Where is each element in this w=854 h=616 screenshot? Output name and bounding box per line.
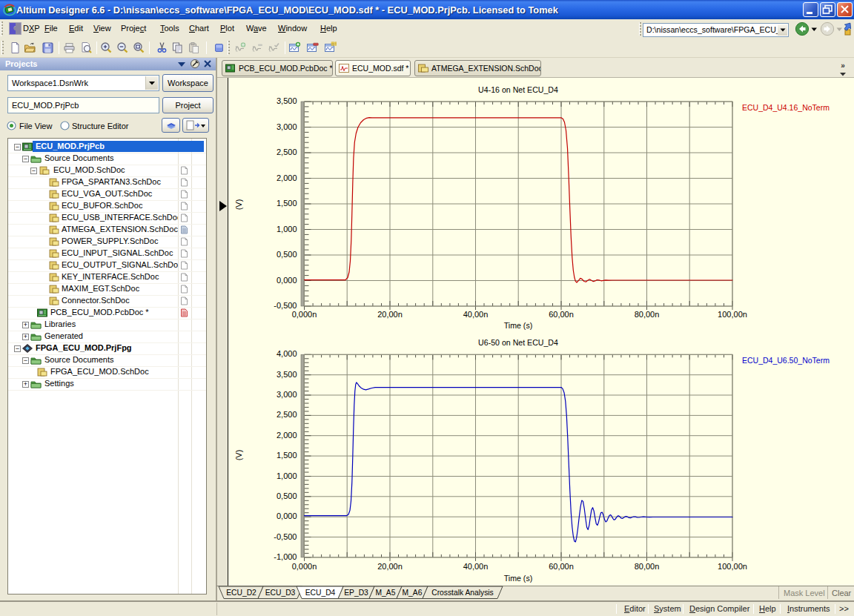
svg-text:ECU_D3: ECU_D3 (265, 589, 296, 597)
svg-text:ECU_D2: ECU_D2 (226, 589, 256, 597)
svg-text:M_A6: M_A6 (403, 589, 423, 597)
svg-text:M_A5: M_A5 (376, 589, 396, 597)
svg-text:Crosstalk Analysis: Crosstalk Analysis (431, 589, 494, 597)
svg-text:ECU_D4: ECU_D4 (305, 589, 336, 597)
svg-text:EP_D3: EP_D3 (344, 589, 368, 597)
